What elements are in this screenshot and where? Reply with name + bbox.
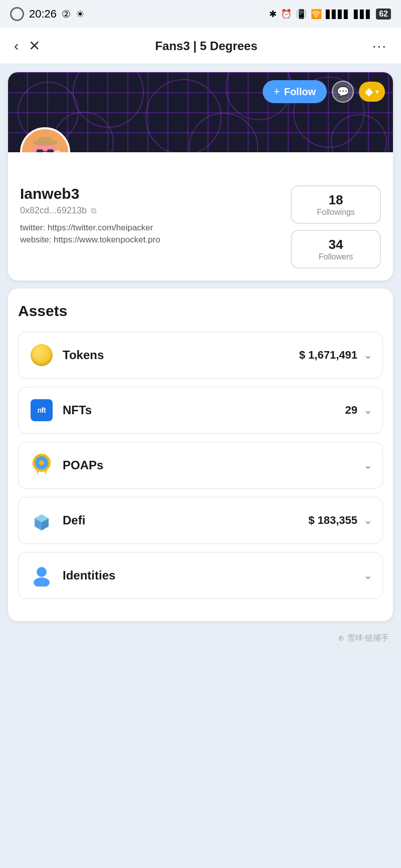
svg-point-7 [331,115,386,152]
back-button[interactable]: ‹ [10,34,23,58]
binance-logo-icon: ◆ [365,86,372,98]
assets-section: Assets Tokens $ 1,671,491 ⌄ nft NFTs 29 … [8,288,393,621]
alarm-icon: ⏰ [281,9,292,20]
wallet-address-row: 0x82cd...69213b ⧉ [20,205,283,216]
profile-banner: + Follow 💬 ◆ ▾ [8,72,393,152]
identity-icon [29,562,55,589]
identity-svg [31,564,53,587]
followings-count: 18 [302,192,370,208]
status-left: 20:26 ② ☀ [10,7,85,21]
close-button[interactable]: ✕ [25,34,44,58]
followers-stat[interactable]: 34 Followers [291,230,381,268]
follow-button[interactable]: + Follow [263,80,327,103]
plus-icon: + [274,85,280,98]
status-right: ✱ ⏰ 📳 🛜 ▋▋▋▋ ▋▋▋ 62 [269,9,391,20]
defi-svg [31,509,53,531]
followers-label: Followers [302,252,370,261]
signal-icon-2: ▋▋▋ [354,10,372,19]
website-link[interactable]: website: https://www.tokenpocket.pro [20,235,283,245]
assets-title: Assets [18,303,383,320]
nfts-item[interactable]: nft NFTs 29 ⌄ [18,387,383,434]
copy-icon[interactable]: ⧉ [91,206,96,215]
followings-stat[interactable]: 18 Followings [291,185,381,224]
svg-point-6 [189,113,258,152]
followers-count: 34 [302,237,370,252]
wifi-icon: 🛜 [311,9,322,20]
status-bar: 20:26 ② ☀ ✱ ⏰ 📳 🛜 ▋▋▋▋ ▋▋▋ 62 [0,0,401,28]
footer-watermark: ⊕ 雪球·链捕手 [0,629,401,652]
identities-item[interactable]: Identities ⌄ [18,552,383,599]
svg-point-24 [39,460,44,465]
nfts-chevron-icon: ⌄ [363,404,372,417]
binance-button[interactable]: ◆ ▾ [359,82,385,102]
avatar-container [20,127,70,152]
svg-point-1 [73,72,143,127]
battery-level: 62 [376,9,391,20]
identities-chevron-icon: ⌄ [363,569,372,582]
bluetooth-icon: ✱ [269,9,277,20]
nfts-name: NFTs [63,403,345,417]
nfts-value: 29 [345,404,357,417]
svg-point-30 [34,577,50,587]
message-button[interactable]: 💬 [332,81,354,103]
brightness-icon: ☀ [76,8,85,20]
svg-rect-13 [37,149,43,152]
defi-chevron-icon: ⌄ [363,514,372,527]
status-circle-icon [10,7,24,21]
notification-icon: ② [62,8,71,20]
defi-item[interactable]: Defi $ 183,355 ⌄ [18,497,383,544]
identities-name: Identities [63,568,357,583]
poap-svg [31,453,53,478]
poaps-item[interactable]: POAPs ⌄ [18,442,383,489]
avatar [20,127,70,152]
poaps-chevron-icon: ⌄ [363,459,372,472]
profile-details: Ianweb3 0x82cd...69213b ⧉ twitter: https… [20,185,283,268]
svg-rect-12 [39,137,52,143]
page-title: Fans3 | 5 Degrees [44,39,368,53]
defi-value: $ 183,355 [308,514,357,527]
nft-icon: nft [29,397,55,423]
watermark-text: ⊕ 雪球·链捕手 [338,634,389,642]
avatar-image [22,128,68,152]
signal-icon-1: ▋▋▋▋ [326,10,350,19]
tokens-value: $ 1,671,491 [299,349,357,362]
profile-card: + Follow 💬 ◆ ▾ [8,72,393,280]
tokens-name: Tokens [63,348,299,362]
tokens-item[interactable]: Tokens $ 1,671,491 ⌄ [18,332,383,379]
svg-point-29 [37,567,47,577]
stats-container: 18 Followings 34 Followers [291,185,381,268]
nav-bar: ‹ ✕ Fans3 | 5 Degrees ··· [0,28,401,64]
more-button[interactable]: ··· [368,34,391,58]
token-icon [29,342,55,368]
twitter-link[interactable]: twitter: https://twitter.com/heipacker [20,223,283,233]
followings-label: Followings [302,208,370,217]
poap-icon [29,452,55,478]
tokens-chevron-icon: ⌄ [363,349,372,362]
defi-icon [29,507,55,533]
defi-name: Defi [63,513,308,527]
message-icon: 💬 [337,86,349,98]
banner-actions: + Follow 💬 ◆ ▾ [263,80,385,103]
svg-rect-14 [47,149,54,152]
follow-label: Follow [284,86,316,98]
vibrate-icon: 📳 [296,9,307,20]
wallet-address-text: 0x82cd...69213b [20,205,87,216]
status-time: 20:26 [29,8,57,21]
username: Ianweb3 [20,185,283,202]
binance-chevron-icon: ▾ [375,88,379,96]
poaps-name: POAPs [63,458,357,472]
profile-info: Ianweb3 0x82cd...69213b ⧉ twitter: https… [8,177,393,280]
